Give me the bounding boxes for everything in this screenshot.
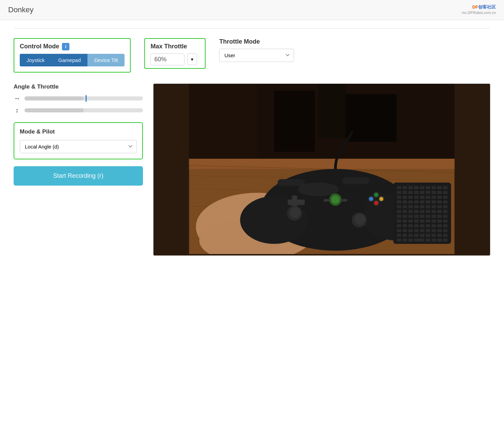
throttle-mode-select[interactable]: User Auto Manual [219,49,294,62]
header: Donkey DF创客社区 mc.DFRobot.com.cn [0,0,504,20]
controls-row: Control Mode i Joystick Gamepad Device T… [14,38,490,73]
svg-point-146 [298,183,339,196]
svg-rect-77 [432,205,436,208]
throttle-input[interactable] [150,53,184,65]
angle-slider-row: ↔ [14,95,143,102]
svg-point-32 [374,193,378,197]
mode-pilot-label: Mode & Pilot [20,128,137,135]
svg-point-23 [290,207,301,218]
svg-rect-94 [426,215,430,218]
svg-rect-19 [342,177,370,184]
svg-rect-115 [443,224,448,228]
svg-rect-145 [341,199,347,202]
info-icon[interactable]: i [62,43,69,50]
svg-rect-126 [403,234,407,237]
svg-rect-76 [426,205,430,208]
start-recording-button[interactable]: Start Recording (r) [14,166,143,186]
svg-rect-104 [432,219,436,223]
svg-rect-90 [403,215,407,218]
svg-rect-47 [414,191,419,194]
svg-rect-42 [437,186,442,189]
svg-rect-133 [443,234,448,237]
svg-rect-3 [274,91,315,152]
svg-rect-127 [408,234,413,237]
svg-rect-88 [443,210,448,213]
brand: DF创客社区 mc.DFRobot.com.cn [462,4,496,16]
svg-rect-55 [408,195,413,199]
svg-rect-73 [408,205,413,208]
control-mode-label: Control Mode i [20,43,125,50]
svg-rect-49 [426,191,430,194]
svg-rect-53 [397,195,402,199]
svg-rect-64 [408,200,413,204]
svg-rect-99 [403,219,407,223]
svg-rect-37 [408,186,413,189]
max-throttle-label: Max Throttle [150,43,199,50]
mode-pilot-select[interactable]: Local Angle (d) User Local Pilot (d) [20,140,137,153]
svg-rect-86 [432,210,436,213]
svg-rect-101 [414,219,419,223]
svg-rect-43 [443,186,448,189]
svg-rect-38 [414,186,419,189]
svg-rect-98 [397,219,402,223]
svg-rect-54 [403,195,407,199]
svg-rect-69 [437,200,442,204]
svg-rect-36 [403,186,407,189]
svg-rect-5 [346,94,397,142]
throttle-mode-label: Throttle Mode [219,38,294,45]
left-panel: Angle & Throttle ↔ ↕ [14,83,143,186]
svg-rect-87 [437,210,442,213]
mode-pilot-section: Mode & Pilot Local Angle (d) User Local … [14,122,143,159]
svg-rect-74 [414,205,419,208]
svg-point-33 [374,201,378,205]
device-tilt-button[interactable]: Device Tilt [87,54,125,66]
divider [14,28,490,29]
throttle-slider-track [25,108,143,112]
svg-rect-123 [437,229,442,232]
svg-rect-109 [408,224,413,228]
svg-rect-121 [426,229,430,232]
svg-rect-132 [437,234,442,237]
main-content: Control Mode i Joystick Gamepad Device T… [0,20,504,264]
svg-rect-61 [443,195,448,199]
camera-canvas [153,84,490,254]
svg-rect-125 [397,234,402,237]
svg-rect-59 [432,195,436,199]
svg-rect-58 [426,195,430,199]
svg-rect-144 [324,199,330,202]
svg-rect-81 [403,210,407,213]
svg-rect-97 [443,215,448,218]
brand-url: mc.DFRobot.com.cn [462,10,496,15]
svg-rect-110 [414,224,419,228]
svg-rect-57 [420,195,425,199]
svg-rect-67 [426,200,430,204]
svg-rect-130 [426,234,430,237]
throttle-mode-section: Throttle Mode User Auto Manual [219,38,294,62]
max-throttle-section: Max Throttle ▾ [144,38,206,69]
angle-throttle-label: Angle & Throttle [14,83,143,90]
svg-rect-35 [397,186,402,189]
gamepad-button[interactable]: Gamepad [51,54,87,66]
svg-rect-92 [414,215,419,218]
svg-rect-137 [414,238,424,242]
joystick-button[interactable]: Joystick [20,54,51,66]
mode-buttons: Joystick Gamepad Device Tilt [20,54,125,66]
throttle-dropdown-button[interactable]: ▾ [187,53,197,65]
svg-rect-41 [432,186,436,189]
svg-rect-117 [403,229,407,232]
svg-rect-136 [408,238,413,242]
svg-rect-82 [408,210,413,213]
svg-rect-60 [437,195,442,199]
svg-rect-140 [437,238,442,242]
svg-point-143 [331,195,340,204]
svg-rect-106 [443,219,448,223]
throttle-slider-row: ↕ [14,107,143,114]
svg-rect-91 [408,215,413,218]
svg-rect-100 [408,219,413,223]
svg-rect-52 [443,191,448,194]
svg-rect-139 [432,238,436,242]
svg-rect-4 [319,84,346,138]
svg-rect-85 [426,210,430,213]
svg-rect-128 [414,234,419,237]
svg-rect-66 [420,200,425,204]
